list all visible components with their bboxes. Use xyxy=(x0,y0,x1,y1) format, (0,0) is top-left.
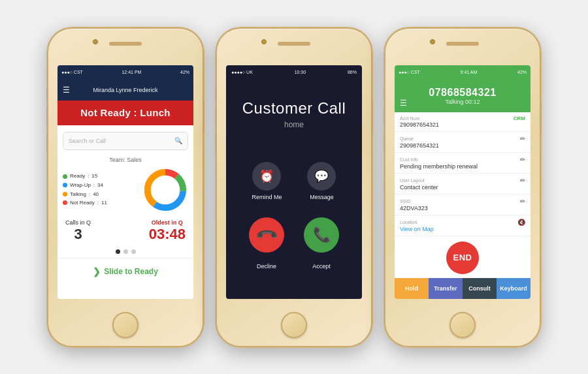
slide-to-ready[interactable]: ❯ Slide to Ready xyxy=(57,258,193,285)
ready-colon: : xyxy=(88,172,89,181)
queue-section: Calls in Q 3 Oldest in Q 03:48 xyxy=(57,213,193,243)
remind-me-icon: ⏰ xyxy=(252,162,281,191)
phone3-fields: Acct Num CRM 290987654321 Queue ✏ 290987… xyxy=(395,112,531,278)
phone3-battery: 42% xyxy=(517,70,527,74)
stat-wrapup: Wrap-Up : 34 xyxy=(63,181,137,190)
decline-button[interactable]: 📞 xyxy=(249,217,284,253)
notready-value: 11 xyxy=(101,198,107,208)
stat-ready: Ready : 15 xyxy=(63,172,137,181)
phone1-statusbar: ●●●○ CST 12:41 PM 42% xyxy=(57,65,193,80)
hamburger-icon[interactable]: ☰ xyxy=(63,86,70,95)
transfer-button[interactable]: Transfer xyxy=(429,278,463,299)
phone2-time: 10:30 xyxy=(295,70,306,74)
home-button-3[interactable] xyxy=(449,312,476,338)
message-label: Message xyxy=(307,194,336,200)
search-placeholder: Search or Call xyxy=(69,138,174,144)
message-action[interactable]: 💬 Message xyxy=(307,162,336,200)
queue-value: 290987654321 xyxy=(400,142,525,149)
phone3-screen: ●●●○ CST 9:41 AM 42% ☰ 07868584321 Talki… xyxy=(395,65,531,299)
calls-in-q-value: 3 xyxy=(65,226,91,243)
phones-container: ●●●○ CST 12:41 PM 42% ☰ Miranda Lynne Fr… xyxy=(0,14,588,360)
talking-dot xyxy=(63,192,67,196)
team-label: Team: Sales xyxy=(57,157,193,163)
home-button[interactable] xyxy=(112,312,139,338)
location-map-icon[interactable]: 🔇 xyxy=(517,219,525,226)
user-layout-edit-icon[interactable]: ✏ xyxy=(520,177,525,184)
location-label: Location xyxy=(400,220,417,225)
field-location: Location 🔇 View on Map xyxy=(395,215,531,236)
queue-label: Queue xyxy=(400,136,414,141)
not-ready-label: Not Ready : Lunch xyxy=(80,107,171,118)
home-button-2[interactable] xyxy=(281,312,307,338)
field-queue: Queue ✏ 290987654321 xyxy=(395,132,531,153)
acct-num-value: 290987654321 xyxy=(400,121,525,128)
phone2-screen: ●●●●○ UK 10:30 86% Customer Call home ⏰ … xyxy=(226,65,362,299)
ssid-value: 42DVA323 xyxy=(400,205,525,211)
side-btn-left-3-2 xyxy=(215,133,217,153)
accept-label: Accept xyxy=(304,263,339,270)
notready-dot xyxy=(63,200,67,205)
cust-info-value: Pending membership renewal xyxy=(400,163,525,170)
phone1-screen: ●●●○ CST 12:41 PM 42% ☰ Miranda Lynne Fr… xyxy=(57,65,193,299)
wrapup-colon: : xyxy=(93,181,95,190)
search-bar[interactable]: Search or Call 🔍 xyxy=(63,132,188,150)
user-layout-value: Contact center xyxy=(400,184,525,191)
notready-colon: : xyxy=(97,198,99,208)
talking-value: 40 xyxy=(93,190,99,199)
message-icon: 💬 xyxy=(307,162,336,191)
keyboard-label: Keyboard xyxy=(500,285,527,292)
remind-me-label: Remind Me xyxy=(252,194,282,200)
cust-info-edit-icon[interactable]: ✏ xyxy=(520,156,525,163)
oldest-in-q-value: 03:48 xyxy=(149,226,186,243)
field-ssid: SSID ✏ 42DVA323 xyxy=(395,195,531,215)
ready-dot xyxy=(63,174,67,179)
field-user-layout: User Layout ✏ Contact center xyxy=(395,174,531,195)
phone1-battery: 42% xyxy=(180,70,189,74)
dot-2 xyxy=(123,249,128,254)
call-actions: ⏰ Remind Me 💬 Message xyxy=(226,129,362,207)
field-acct-num: Acct Num CRM 290987654321 xyxy=(395,112,531,132)
search-icon: 🔍 xyxy=(174,137,182,144)
user-layout-label: User Layout xyxy=(400,178,425,183)
phone2-statusbar: ●●●●○ UK 10:30 86% xyxy=(226,65,362,80)
phone1-header: ☰ Miranda Lynne Frederick xyxy=(57,80,193,101)
queue-edit-icon[interactable]: ✏ xyxy=(520,135,525,142)
decline-label: Decline xyxy=(249,263,284,270)
side-btn-left-2-2 xyxy=(215,107,217,127)
side-btn-left-1-2 xyxy=(215,87,217,101)
remind-me-action[interactable]: ⏰ Remind Me xyxy=(252,162,282,200)
talking-label: Talking xyxy=(70,190,86,199)
ssid-edit-icon[interactable]: ✏ xyxy=(520,198,525,205)
consult-button[interactable]: Consult xyxy=(463,278,497,299)
oldest-in-q-label: Oldest in Q xyxy=(149,219,186,226)
donut-chart xyxy=(142,167,188,213)
call-title: Customer Call xyxy=(226,99,362,117)
camera-dot-3 xyxy=(430,39,435,44)
phone-decline-icon: 📞 xyxy=(254,223,278,247)
cust-info-label: Cust Info xyxy=(400,157,418,162)
phone3-statusbar: ●●●○ CST 9:41 AM 42% xyxy=(395,65,531,80)
keyboard-button[interactable]: Keyboard xyxy=(497,278,531,299)
not-ready-banner: Not Ready : Lunch xyxy=(57,101,193,125)
consult-label: Consult xyxy=(468,285,491,292)
wrapup-value: 34 xyxy=(97,181,103,190)
phone3-number: 07868584321 xyxy=(429,87,496,99)
side-btn-left-1-3 xyxy=(384,87,385,101)
side-btn-right-3 xyxy=(540,101,542,133)
phone3-time: 9:41 AM xyxy=(461,70,478,74)
side-btn-right xyxy=(203,101,204,133)
stats-list: Ready : 15 Wrap-Up : 34 Talking : xyxy=(63,172,137,207)
ready-value: 15 xyxy=(91,172,97,181)
call-sub: home xyxy=(226,120,362,129)
hold-button[interactable]: Hold xyxy=(395,278,429,299)
end-label: END xyxy=(453,253,472,262)
phone3-bottom-bar: Hold Transfer Consult Keyboard xyxy=(395,278,531,299)
end-call-button[interactable]: END xyxy=(446,242,479,274)
phone2-battery: 86% xyxy=(348,70,357,74)
phone3-hamburger-icon[interactable]: ☰ xyxy=(400,99,407,108)
calls-in-q-label: Calls in Q xyxy=(65,219,91,226)
oldest-in-q: Oldest in Q 03:48 xyxy=(149,219,186,243)
accept-button[interactable]: 📞 xyxy=(304,217,339,253)
call-buttons: 📞 📞 xyxy=(226,207,362,263)
page-dots xyxy=(57,249,193,254)
